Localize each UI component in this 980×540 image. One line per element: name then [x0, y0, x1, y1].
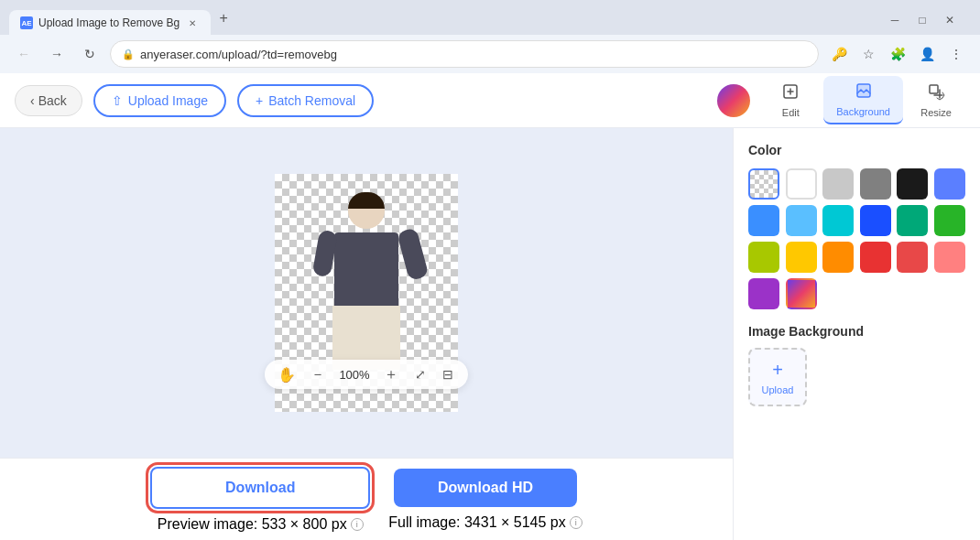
image-background-section: Image Background + Upload [748, 324, 965, 406]
close-button[interactable]: ✕ [940, 10, 960, 30]
preview-info-text: Preview image: 533 × 800 px [158, 516, 347, 533]
color-swatch-white[interactable] [786, 168, 817, 200]
url-text: anyeraser.com/upload/?td=removebg [140, 48, 337, 61]
nav-actions: 🔑 ☆ 🧩 👤 ⋮ [826, 41, 969, 67]
hand-tool-button[interactable]: ✋ [276, 363, 298, 385]
background-tool-button[interactable]: Background [823, 76, 903, 124]
zoom-controls: ✋ － 100% ＋ ⤢ ⊟ [265, 360, 468, 389]
profile-icon[interactable]: 👤 [914, 41, 940, 67]
minimize-button[interactable]: ─ [885, 10, 905, 30]
menu-icon[interactable]: ⋮ [943, 41, 969, 67]
bottom-bar: Download Preview image: 533 × 800 px i D… [0, 458, 733, 540]
back-button[interactable]: ‹ Back [15, 85, 82, 116]
batch-removal-button[interactable]: + Batch Removal [237, 84, 374, 117]
app-toolbar: ‹ Back ⇧ Upload Image + Batch Removal [0, 73, 980, 128]
full-info-text: Full image: 3431 × 5145 px [388, 514, 565, 531]
resize-tool-button[interactable]: Resize [907, 77, 965, 124]
lock-icon: 🔒 [122, 49, 135, 60]
color-grid [748, 168, 965, 309]
main-content: ✋ － 100% ＋ ⤢ ⊟ Download Preview image: 5… [0, 128, 980, 540]
user-avatar[interactable] [717, 84, 750, 117]
person-body [334, 232, 398, 306]
address-bar[interactable]: 🔒 anyeraser.com/upload/?td=removebg [110, 40, 819, 68]
color-swatch-pink[interactable] [934, 242, 965, 273]
fullscreen-button[interactable]: ⤢ [411, 365, 430, 383]
color-section-title: Color [748, 143, 965, 157]
zoom-in-button[interactable]: ＋ [380, 363, 402, 385]
color-swatch-red[interactable] [860, 242, 891, 273]
resize-icon [927, 82, 945, 105]
browser-tab[interactable]: AE Upload Image to Remove Bg ✕ [9, 10, 211, 36]
color-swatch-cyan[interactable] [822, 205, 854, 236]
person-hair [348, 192, 385, 209]
upload-icon: ⇧ [112, 93, 123, 108]
app-container: ‹ Back ⇧ Upload Image + Batch Removal [0, 73, 980, 540]
full-info: Full image: 3431 × 5145 px i [388, 514, 582, 531]
canvas-wrapper: ✋ － 100% ＋ ⤢ ⊟ Download Preview image: 5… [0, 128, 733, 540]
bookmark-icon[interactable]: ☆ [855, 41, 881, 67]
color-swatch-transparent[interactable] [748, 168, 779, 200]
resize-tool-label: Resize [920, 107, 952, 118]
background-tool-label: Background [836, 106, 890, 117]
color-swatch-lightgray[interactable] [822, 168, 854, 200]
tab-bar: AE Upload Image to Remove Bg ✕ + [9, 5, 885, 35]
person-head [348, 192, 385, 229]
image-bg-title: Image Background [748, 324, 965, 339]
browser-window: AE Upload Image to Remove Bg ✕ + ─ □ ✕ ←… [0, 0, 980, 540]
tab-close-button[interactable]: ✕ [185, 16, 200, 30]
color-swatch-yellow[interactable] [786, 242, 817, 273]
color-swatch-dark-blue[interactable] [860, 205, 891, 236]
person-arm-left [312, 230, 338, 278]
reload-button[interactable]: ↻ [77, 41, 103, 67]
upload-button-label: Upload Image [128, 93, 208, 108]
full-info-icon: i [570, 516, 583, 529]
tab-favicon: AE [20, 16, 33, 29]
window-controls: ─ □ ✕ [885, 10, 960, 30]
upload-bg-label: Upload [762, 384, 794, 395]
color-swatch-orange[interactable] [822, 242, 854, 273]
color-swatch-sky-blue[interactable] [786, 205, 817, 236]
back-arrow-icon: ‹ [30, 93, 35, 108]
color-swatch-black[interactable] [897, 168, 928, 200]
canvas-area: ✋ － 100% ＋ ⤢ ⊟ [0, 128, 733, 458]
password-icon[interactable]: 🔑 [826, 41, 852, 67]
background-icon [855, 81, 873, 104]
nav-bar: ← → ↻ 🔒 anyeraser.com/upload/?td=removeb… [0, 35, 980, 73]
extensions-icon[interactable]: 🧩 [885, 41, 910, 67]
edit-tool-label: Edit [782, 107, 800, 118]
back-nav-button[interactable]: ← [11, 41, 37, 67]
edit-tool-button[interactable]: Edit [761, 77, 820, 124]
color-swatch-blue-purple[interactable] [934, 168, 965, 200]
color-swatch-yellow-green[interactable] [748, 242, 779, 273]
tab-title: Upload Image to Remove Bg [38, 16, 180, 29]
zoom-out-button[interactable]: － [307, 363, 329, 385]
edit-icon [781, 82, 800, 105]
right-panel: Color [733, 128, 980, 540]
download-hd-button[interactable]: Download HD [394, 469, 577, 507]
color-swatch-blue[interactable] [748, 205, 779, 236]
batch-button-label: Batch Removal [268, 93, 355, 108]
svg-rect-3 [930, 85, 938, 93]
upload-bg-plus-icon: + [772, 360, 783, 381]
color-swatch-teal[interactable] [897, 205, 928, 236]
color-swatch-green[interactable] [934, 205, 965, 236]
maximize-button[interactable]: □ [912, 10, 932, 30]
color-swatch-pink-red[interactable] [897, 242, 928, 273]
color-swatch-gray[interactable] [860, 168, 891, 200]
split-view-button[interactable]: ⊟ [439, 365, 457, 383]
new-tab-button[interactable]: + [211, 5, 236, 31]
preview-info-icon: i [351, 518, 364, 531]
zoom-level-display: 100% [338, 368, 371, 382]
color-swatch-gradient[interactable] [786, 278, 817, 309]
plus-icon: + [256, 93, 263, 108]
color-swatch-purple[interactable] [748, 278, 779, 309]
upload-image-button[interactable]: ⇧ Upload Image [93, 84, 226, 117]
title-bar: AE Upload Image to Remove Bg ✕ + ─ □ ✕ [0, 0, 980, 35]
back-button-label: Back [38, 93, 67, 108]
forward-nav-button[interactable]: → [44, 41, 70, 67]
person-arm-right [397, 227, 429, 281]
download-button[interactable]: Download [150, 467, 370, 509]
preview-info: Preview image: 533 × 800 px i [158, 516, 364, 533]
upload-background-button[interactable]: + Upload [748, 348, 807, 406]
toolbar-right: Edit Background [761, 76, 965, 124]
